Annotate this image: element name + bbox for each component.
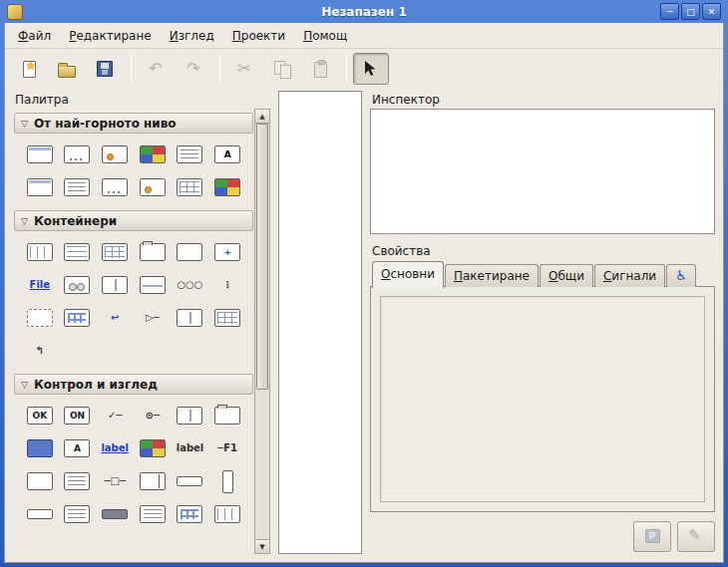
tab-сигнали[interactable]: Сигнали <box>594 264 665 287</box>
toggle-button-palette-item[interactable]: ON <box>61 404 95 427</box>
selector-button[interactable] <box>353 53 389 85</box>
hbox-palette-item[interactable] <box>61 240 95 264</box>
palette-section-header-2[interactable]: ▽Контейнери <box>14 210 253 231</box>
apply-button[interactable] <box>633 521 671 552</box>
link-label-palette-item[interactable]: label <box>98 436 132 460</box>
scroll-up-icon[interactable]: ▲ <box>254 109 270 124</box>
tree-view-palette-item[interactable] <box>210 502 244 526</box>
expander-icon: ▷─ <box>146 313 160 323</box>
font-selection-dialog-palette-item[interactable]: A <box>210 142 244 166</box>
menu-5-помощ[interactable]: Помощ <box>294 25 356 47</box>
handle-box-palette-item[interactable]: ↰ <box>23 339 57 363</box>
copy-button[interactable] <box>264 53 300 85</box>
notebook-palette-item[interactable] <box>136 240 170 264</box>
file-selection-dialog-icon <box>177 145 202 163</box>
input-dialog-palette-item[interactable] <box>23 175 57 199</box>
palette-section-header-1[interactable]: ▽От най-горното ниво <box>14 113 253 134</box>
toolbar-palette-item[interactable] <box>61 273 95 297</box>
tab-общи[interactable]: Общи <box>540 264 593 287</box>
save-button[interactable] <box>87 53 123 85</box>
gnome-dialog-palette-item[interactable] <box>98 175 132 199</box>
file-selection-dialog-palette-item[interactable] <box>174 142 207 166</box>
vbox-palette-item[interactable] <box>23 240 57 264</box>
progress-bar-palette-item[interactable] <box>61 502 95 526</box>
close-button[interactable]: ✕ <box>702 3 721 20</box>
radio-button-palette-item[interactable]: ⊙─ <box>136 404 170 427</box>
scrolled-window-palette-item[interactable]: + <box>210 240 244 264</box>
hpaned-palette-item[interactable] <box>98 273 132 297</box>
hscale-palette-item[interactable]: ─□─ <box>98 469 132 493</box>
undo-button[interactable]: ↶ <box>138 53 174 85</box>
hbutton-box-palette-item[interactable]: ○○○ <box>174 273 207 297</box>
hscrollbar-palette-item[interactable] <box>174 469 207 493</box>
expander-palette-item[interactable]: ▷─ <box>136 306 170 330</box>
properties-content <box>380 296 705 502</box>
palette-section-header-3[interactable]: ▽Контрол и изглед <box>14 374 253 395</box>
menu-1-файл[interactable]: Файл <box>9 25 60 47</box>
spin-button-palette-item[interactable] <box>136 469 170 493</box>
check-button-icon: ✓─ <box>108 411 122 421</box>
palette-scrollbar[interactable]: ▲ ▼ <box>254 109 270 554</box>
property-box-palette-item[interactable] <box>174 175 207 199</box>
hruler-palette-item[interactable] <box>98 502 132 526</box>
entry-palette-item[interactable] <box>23 436 57 460</box>
menu-2-редактиране[interactable]: Редактиране <box>60 25 161 47</box>
maximize-button[interactable]: □ <box>681 3 700 20</box>
inspector-tree[interactable] <box>370 109 715 234</box>
color-selection-dialog-palette-item[interactable] <box>136 142 170 166</box>
redo-button[interactable]: ↷ <box>176 53 211 85</box>
accel-label-palette-item[interactable]: ─F1 <box>210 436 244 460</box>
label-palette-item[interactable]: label <box>174 436 207 460</box>
text-view-palette-item[interactable] <box>61 469 95 493</box>
menu-3-изглед[interactable]: Изглед <box>161 25 223 47</box>
new-button[interactable]: ★ <box>11 53 47 85</box>
open-button[interactable] <box>49 53 85 85</box>
combo-box-entry-palette-item[interactable]: A <box>61 436 95 460</box>
hbox-icon <box>64 243 90 261</box>
button-palette-item[interactable]: OK <box>23 404 57 427</box>
minimize-button[interactable]: ─ <box>660 3 679 20</box>
frame-palette-item[interactable] <box>174 240 207 264</box>
hruler-icon <box>102 509 128 519</box>
vpaned-palette-item[interactable] <box>136 273 170 297</box>
scrollbar-thumb[interactable] <box>256 124 268 390</box>
text-entry-palette-item[interactable] <box>23 469 57 493</box>
gnome-app-palette-item[interactable] <box>61 175 95 199</box>
stamp-icon <box>645 529 660 543</box>
viewport-palette-item[interactable] <box>23 306 57 330</box>
scrollbar-track[interactable] <box>256 124 268 539</box>
menubar-palette-item[interactable]: File <box>23 273 57 297</box>
tab-основни[interactable]: Основни <box>372 261 444 288</box>
event-box-palette-item[interactable]: ↩ <box>98 306 132 330</box>
statusbar-palette-item[interactable] <box>23 502 57 526</box>
paste-button[interactable] <box>302 53 338 85</box>
cut-button[interactable]: ✂ <box>226 53 262 85</box>
image-palette-item[interactable] <box>136 436 170 460</box>
layout-palette-item[interactable] <box>61 306 95 330</box>
menu-4-проекти[interactable]: Проекти <box>223 25 294 47</box>
vscrollbar-palette-item[interactable] <box>210 469 244 493</box>
dialog-palette-item[interactable] <box>61 142 95 166</box>
combo-box-palette-item[interactable] <box>174 404 207 427</box>
vbutton-box-palette-item[interactable]: ⋮ <box>210 273 244 297</box>
open-icon <box>58 66 76 78</box>
tab-пакетиране[interactable]: Пакетиране <box>445 264 539 287</box>
option-menu-palette-item[interactable] <box>210 404 244 427</box>
radio-button-icon: ⊙─ <box>146 411 160 421</box>
message-dialog-palette-item[interactable] <box>98 142 132 166</box>
selector-icon <box>364 60 378 78</box>
scroll-down-icon[interactable]: ▼ <box>254 539 270 554</box>
titlebar[interactable]: Незапазен 1 ─□✕ <box>4 0 724 23</box>
about-dialog-palette-item[interactable] <box>136 175 170 199</box>
design-canvas[interactable] <box>278 91 362 554</box>
window-palette-item[interactable] <box>23 142 57 166</box>
check-button-palette-item[interactable]: ✓─ <box>98 404 132 427</box>
tab-accessibility[interactable]: ♿ <box>666 264 696 287</box>
fixed-palette-item[interactable] <box>174 306 207 330</box>
aspect-frame-palette-item[interactable] <box>210 306 244 330</box>
edit-button[interactable] <box>677 521 715 552</box>
list-view-palette-item[interactable] <box>136 502 170 526</box>
table-palette-item[interactable] <box>98 240 132 264</box>
druid-palette-item[interactable] <box>210 175 244 199</box>
icon-view-palette-item[interactable] <box>174 502 207 526</box>
